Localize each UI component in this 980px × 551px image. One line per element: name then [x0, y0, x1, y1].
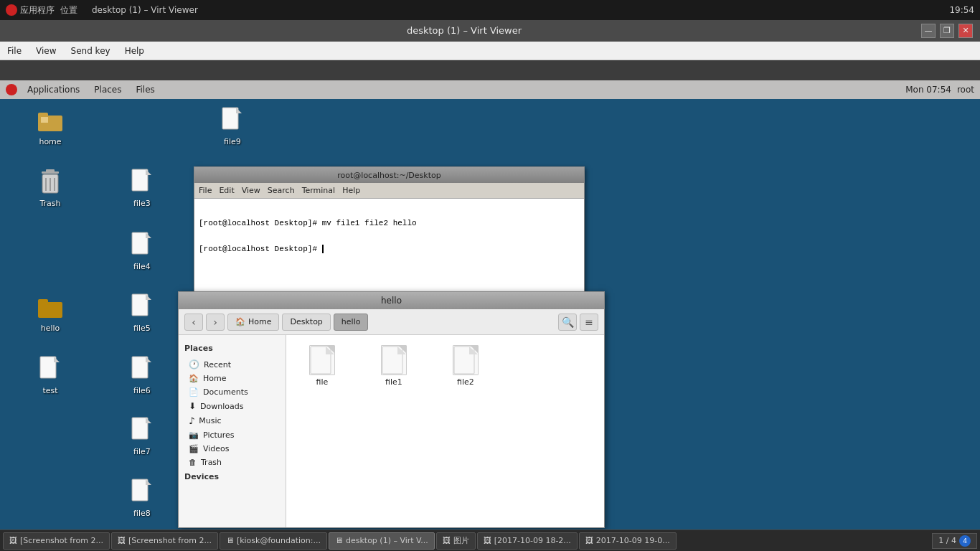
hello-folder-icon	[36, 293, 65, 321]
sidebar-item-videos[interactable]: Videos	[179, 442, 286, 456]
virt-menu-sendkey[interactable]: Send key	[68, 44, 113, 57]
virt-restore-button[interactable]: ❐	[940, 24, 954, 38]
desktop-icon-file3[interactable]: file3	[113, 168, 171, 209]
virt-title-controls: — ❐ ✕	[921, 24, 973, 38]
sidebar-item-pictures[interactable]: Pictures	[179, 428, 286, 442]
file5-icon	[128, 293, 156, 321]
guest-places[interactable]: Places	[90, 83, 126, 96]
svg-rect-11	[132, 169, 148, 191]
virt-close-button[interactable]: ✕	[958, 24, 973, 38]
svg-rect-23	[132, 418, 148, 439]
desktop-icon-file4[interactable]: file4	[113, 231, 171, 272]
desktop-icon-file8[interactable]: file8	[113, 478, 171, 519]
guest-panel-left: Applications Places Files	[6, 83, 159, 96]
terminal-title: root@localhost:~/Desktop	[199, 171, 580, 180]
host-window-title: desktop (1) – Virt Viewer	[92, 5, 198, 15]
host-location-label[interactable]: 位置	[60, 4, 77, 17]
svg-rect-25	[132, 479, 148, 501]
fm-file2-item[interactable]: file2	[437, 342, 494, 390]
svg-rect-6	[46, 169, 55, 172]
svg-rect-19	[40, 357, 56, 378]
host-taskbar-2017-2[interactable]: 🖼 2017-10-09 19-0...	[579, 532, 677, 550]
svg-rect-13	[132, 232, 148, 254]
sidebar-item-trash[interactable]: Trash	[179, 456, 286, 469]
guest-panel: Applications Places Files Mon 07:54 root	[0, 80, 980, 99]
svg-rect-16	[38, 299, 48, 305]
desktop-icon-file6[interactable]: file6	[113, 355, 171, 396]
svg-marker-20	[54, 357, 60, 362]
home-icon-label: home	[37, 136, 63, 147]
terminal-menu-view[interactable]: View	[242, 186, 260, 195]
fm-file2-icon	[453, 345, 479, 375]
file9-icon-label: file9	[222, 136, 243, 147]
recent-label: Recent	[204, 360, 231, 369]
breadcrumb-desktop[interactable]: Desktop	[282, 314, 330, 331]
virt-viewer-menu: File View Send key Help	[0, 42, 980, 60]
sidebar-item-documents[interactable]: Documents	[179, 385, 286, 399]
svg-marker-14	[146, 232, 151, 238]
guest-applications[interactable]: Applications	[23, 83, 84, 96]
desktop-icon-file9[interactable]: file9	[204, 106, 261, 147]
guest-files[interactable]: Files	[131, 83, 159, 96]
host-app-label[interactable]: 应用程序	[20, 4, 55, 17]
terminal-body[interactable]: [root@localhost Desktop]# mv file1 file2…	[194, 199, 584, 295]
svg-marker-26	[146, 479, 151, 485]
virt-menu-help[interactable]: Help	[122, 44, 147, 57]
desktop-icon-home[interactable]: home	[22, 106, 79, 147]
trash-icon-label: Trash	[37, 198, 62, 209]
fm-file1-item[interactable]: file1	[365, 342, 423, 390]
nav-forward-button[interactable]: ›	[206, 314, 225, 331]
virt-menu-file[interactable]: File	[4, 44, 24, 57]
filemanager-toolbar: ‹ › 🏠 Home Desktop hello 🔍 ≡	[179, 309, 604, 335]
host-bottom-taskbar: 🖼 [Screenshot from 2... 🖼 [Screenshot fr…	[0, 529, 980, 551]
sidebar-item-recent[interactable]: Recent	[179, 357, 286, 372]
host-page-counter: 1 / 4 4	[932, 533, 977, 549]
devices-section-label: Devices	[179, 469, 286, 484]
terminal-menu-terminal[interactable]: Terminal	[302, 186, 336, 195]
desktop-icon-hello[interactable]: hello	[22, 293, 79, 334]
desktop-icon-test[interactable]: test	[22, 355, 79, 396]
terminal-menu-file[interactable]: File	[199, 186, 212, 195]
terminal-menu-help[interactable]: Help	[342, 186, 360, 195]
file9-icon	[218, 106, 247, 135]
home-breadcrumb-label: Home	[248, 317, 271, 326]
sidebar-item-home[interactable]: Home	[179, 372, 286, 385]
virt-minimize-button[interactable]: —	[921, 24, 936, 38]
desktop-icon-file7[interactable]: file7	[113, 416, 171, 457]
host-taskbar-2017-1[interactable]: 🖼 [2017-10-09 18-2...	[477, 532, 578, 550]
kiosk-icon: 🖥	[226, 536, 234, 545]
test-icon-label: test	[40, 385, 60, 396]
host-taskbar-virt[interactable]: 🖥 desktop (1) – Virt V...	[329, 532, 435, 550]
sidebar-item-music[interactable]: Music	[179, 413, 286, 428]
sidebar-item-downloads[interactable]: Downloads	[179, 399, 286, 413]
host-taskbar-pics[interactable]: 🖼 图片	[436, 532, 476, 550]
guest-panel-right: Mon 07:54 root	[905, 85, 974, 95]
fm-file1-label: file1	[385, 377, 402, 387]
search-button[interactable]: 🔍	[558, 314, 577, 331]
virt-menu-view[interactable]: View	[33, 44, 59, 57]
nav-back-button[interactable]: ‹	[184, 314, 203, 331]
screenshot1-label: [Screenshot from 2...	[20, 536, 103, 545]
file7-icon	[128, 416, 156, 445]
redhat-icon	[6, 4, 17, 16]
screenshot2-icon: 🖼	[118, 536, 126, 545]
desktop-icon-trash[interactable]: Trash	[22, 168, 79, 209]
terminal-menu-search[interactable]: Search	[268, 186, 295, 195]
host-taskbar-screenshot1[interactable]: 🖼 [Screenshot from 2...	[3, 532, 110, 550]
places-section-label: Places	[179, 341, 286, 356]
file3-icon	[128, 168, 156, 197]
terminal-menu-edit[interactable]: Edit	[219, 186, 234, 195]
trash-icon	[36, 168, 65, 197]
menu-button[interactable]: ≡	[580, 314, 598, 331]
host-taskbar-screenshot2[interactable]: 🖼 [Screenshot from 2...	[111, 532, 218, 550]
item2017-1-icon: 🖼	[484, 536, 491, 545]
fm-file-item[interactable]: file	[293, 342, 351, 390]
host-page-number: 1 / 4	[938, 536, 956, 545]
terminal-window: root@localhost:~/Desktop File Edit View …	[194, 166, 585, 296]
desktop-icon-file5[interactable]: file5	[113, 293, 171, 334]
breadcrumb-home[interactable]: 🏠 Home	[227, 314, 279, 331]
breadcrumb-hello[interactable]: hello	[334, 314, 369, 331]
host-taskbar-kiosk[interactable]: 🖥 [kiosk@foundation:...	[220, 532, 327, 550]
svg-marker-22	[146, 357, 151, 362]
svg-rect-17	[132, 294, 148, 316]
